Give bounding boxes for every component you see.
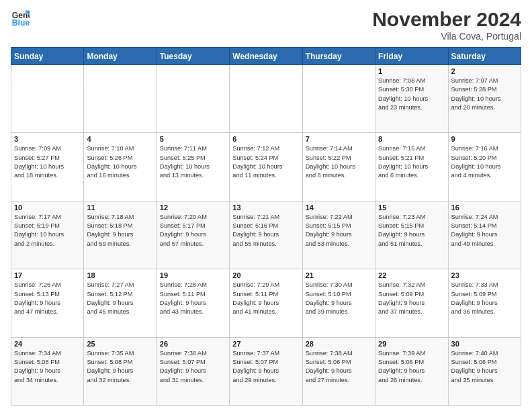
day-number: 18 [87,271,153,279]
logo: General Blue [11,8,30,27]
table-row: 6Sunrise: 7:12 AM Sunset: 5:24 PM Daylig… [230,133,302,201]
day-number: 2 [451,67,518,75]
table-row: 24Sunrise: 7:34 AM Sunset: 5:08 PM Dayli… [11,337,84,405]
col-thursday: Thursday [302,48,375,65]
table-row: 11Sunrise: 7:18 AM Sunset: 5:18 PM Dayli… [84,201,157,269]
day-info: Sunrise: 7:33 AM Sunset: 5:09 PM Dayligh… [451,281,518,316]
day-number: 15 [378,203,445,212]
day-number: 20 [232,271,299,279]
table-row [157,65,229,133]
title-block: November 2024 Vila Cova, Portugal [372,8,521,42]
day-info: Sunrise: 7:07 AM Sunset: 5:28 PM Dayligh… [451,77,518,112]
table-row: 27Sunrise: 7:37 AM Sunset: 5:07 PM Dayli… [230,337,302,405]
table-row: 18Sunrise: 7:27 AM Sunset: 5:12 PM Dayli… [84,269,157,337]
day-info: Sunrise: 7:09 AM Sunset: 5:27 PM Dayligh… [14,144,81,180]
day-number: 30 [451,340,518,348]
day-info: Sunrise: 7:15 AM Sunset: 5:21 PM Dayligh… [378,144,445,180]
day-info: Sunrise: 7:11 AM Sunset: 5:25 PM Dayligh… [160,144,226,180]
day-info: Sunrise: 7:27 AM Sunset: 5:12 PM Dayligh… [87,281,153,316]
day-info: Sunrise: 7:32 AM Sunset: 5:09 PM Dayligh… [378,281,445,316]
table-row: 26Sunrise: 7:36 AM Sunset: 5:07 PM Dayli… [157,337,229,405]
day-info: Sunrise: 7:30 AM Sunset: 5:10 PM Dayligh… [306,281,372,316]
table-row: 17Sunrise: 7:26 AM Sunset: 5:13 PM Dayli… [11,269,84,337]
day-number: 9 [451,135,518,143]
table-row: 16Sunrise: 7:24 AM Sunset: 5:14 PM Dayli… [448,201,521,269]
day-info: Sunrise: 7:22 AM Sunset: 5:15 PM Dayligh… [306,213,372,248]
day-number: 26 [160,340,226,348]
table-row: 20Sunrise: 7:29 AM Sunset: 5:11 PM Dayli… [230,269,302,337]
table-row: 4Sunrise: 7:10 AM Sunset: 5:26 PM Daylig… [84,133,157,201]
col-saturday: Saturday [448,48,521,65]
day-info: Sunrise: 7:40 AM Sunset: 5:06 PM Dayligh… [451,349,518,385]
day-number: 27 [232,340,299,348]
col-monday: Monday [84,48,157,65]
day-number: 6 [232,135,299,143]
table-row [302,65,375,133]
day-number: 19 [160,271,226,279]
day-info: Sunrise: 7:35 AM Sunset: 5:08 PM Dayligh… [87,349,153,385]
day-info: Sunrise: 7:37 AM Sunset: 5:07 PM Dayligh… [232,349,299,385]
day-info: Sunrise: 7:23 AM Sunset: 5:15 PM Dayligh… [378,213,445,248]
svg-text:Blue: Blue [12,18,30,27]
calendar-week-1: 1Sunrise: 7:06 AM Sunset: 5:30 PM Daylig… [11,65,521,133]
day-info: Sunrise: 7:10 AM Sunset: 5:26 PM Dayligh… [87,144,153,180]
day-number: 1 [378,67,445,75]
table-row: 12Sunrise: 7:20 AM Sunset: 5:17 PM Dayli… [157,201,229,269]
day-number: 25 [87,340,153,348]
day-number: 24 [14,340,81,348]
table-row [230,65,302,133]
day-info: Sunrise: 7:21 AM Sunset: 5:16 PM Dayligh… [232,213,299,248]
col-wednesday: Wednesday [230,48,302,65]
location: Vila Cova, Portugal [372,31,521,42]
table-row: 21Sunrise: 7:30 AM Sunset: 5:10 PM Dayli… [302,269,375,337]
col-tuesday: Tuesday [157,48,229,65]
day-info: Sunrise: 7:38 AM Sunset: 5:06 PM Dayligh… [306,349,372,385]
table-row: 14Sunrise: 7:22 AM Sunset: 5:15 PM Dayli… [302,201,375,269]
day-info: Sunrise: 7:39 AM Sunset: 5:06 PM Dayligh… [378,349,445,385]
day-info: Sunrise: 7:20 AM Sunset: 5:17 PM Dayligh… [160,213,226,248]
day-number: 4 [87,135,153,143]
day-info: Sunrise: 7:29 AM Sunset: 5:11 PM Dayligh… [232,281,299,316]
day-number: 21 [306,271,372,279]
table-row [11,65,84,133]
table-row: 3Sunrise: 7:09 AM Sunset: 5:27 PM Daylig… [11,133,84,201]
col-friday: Friday [375,48,448,65]
day-info: Sunrise: 7:14 AM Sunset: 5:22 PM Dayligh… [306,144,372,180]
day-number: 13 [232,203,299,212]
day-info: Sunrise: 7:26 AM Sunset: 5:13 PM Dayligh… [14,281,81,316]
day-info: Sunrise: 7:06 AM Sunset: 5:30 PM Dayligh… [378,77,445,112]
calendar-header-row: Sunday Monday Tuesday Wednesday Thursday… [11,48,521,65]
day-number: 12 [160,203,226,212]
day-number: 29 [378,340,445,348]
table-row: 7Sunrise: 7:14 AM Sunset: 5:22 PM Daylig… [302,133,375,201]
table-row: 28Sunrise: 7:38 AM Sunset: 5:06 PM Dayli… [302,337,375,405]
table-row: 8Sunrise: 7:15 AM Sunset: 5:21 PM Daylig… [375,133,448,201]
table-row: 10Sunrise: 7:17 AM Sunset: 5:19 PM Dayli… [11,201,84,269]
table-row: 25Sunrise: 7:35 AM Sunset: 5:08 PM Dayli… [84,337,157,405]
logo-icon: General Blue [11,8,30,27]
header: General Blue November 2024 Vila Cova, Po… [11,8,521,42]
table-row [84,65,157,133]
calendar-week-4: 17Sunrise: 7:26 AM Sunset: 5:13 PM Dayli… [11,269,521,337]
table-row: 15Sunrise: 7:23 AM Sunset: 5:15 PM Dayli… [375,201,448,269]
table-row: 23Sunrise: 7:33 AM Sunset: 5:09 PM Dayli… [448,269,521,337]
day-number: 28 [306,340,372,348]
day-number: 8 [378,135,445,143]
day-info: Sunrise: 7:16 AM Sunset: 5:20 PM Dayligh… [451,144,518,180]
calendar-week-2: 3Sunrise: 7:09 AM Sunset: 5:27 PM Daylig… [11,133,521,201]
day-info: Sunrise: 7:12 AM Sunset: 5:24 PM Dayligh… [232,144,299,180]
day-number: 7 [306,135,372,143]
table-row: 2Sunrise: 7:07 AM Sunset: 5:28 PM Daylig… [448,65,521,133]
day-number: 11 [87,203,153,212]
day-info: Sunrise: 7:18 AM Sunset: 5:18 PM Dayligh… [87,213,153,248]
day-number: 16 [451,203,518,212]
table-row: 29Sunrise: 7:39 AM Sunset: 5:06 PM Dayli… [375,337,448,405]
table-row: 30Sunrise: 7:40 AM Sunset: 5:06 PM Dayli… [448,337,521,405]
day-number: 23 [451,271,518,279]
calendar-week-3: 10Sunrise: 7:17 AM Sunset: 5:19 PM Dayli… [11,201,521,269]
day-number: 10 [14,203,81,212]
day-info: Sunrise: 7:28 AM Sunset: 5:11 PM Dayligh… [160,281,226,316]
day-number: 17 [14,271,81,279]
table-row: 19Sunrise: 7:28 AM Sunset: 5:11 PM Dayli… [157,269,229,337]
page: General Blue November 2024 Vila Cova, Po… [0,0,532,411]
